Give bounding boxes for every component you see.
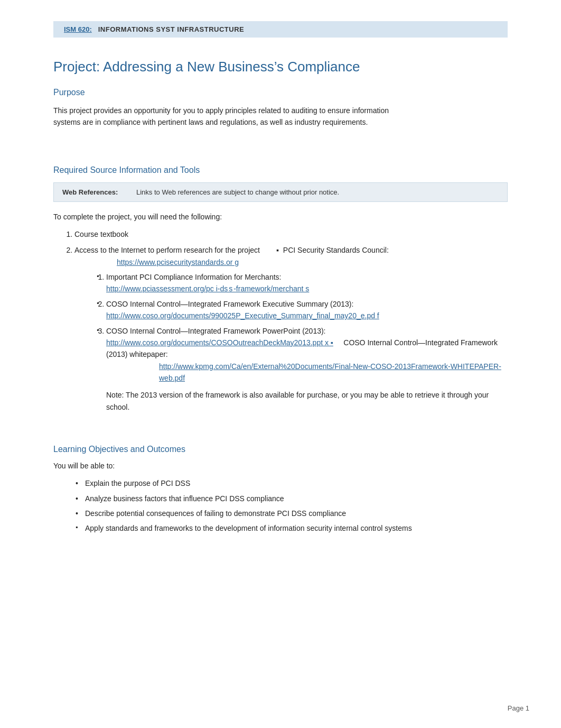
- required-source-section: Required Source Information and Tools We…: [53, 165, 508, 413]
- learning-heading: Learning Objectives and Outcomes: [53, 445, 508, 454]
- web-ref-box: Web References: Links to Web references …: [53, 182, 508, 202]
- learning-intro: You will be able to:: [53, 462, 508, 470]
- pci-link[interactable]: https://www.pcisecuritystandards.or g: [117, 258, 239, 266]
- required-intro: To complete the project, you will need t…: [53, 213, 508, 221]
- bullet2-link[interactable]: http://www.coso.org/documents/990025P_Ex…: [106, 311, 379, 320]
- learning-section: Learning Objectives and Outcomes You wil…: [53, 445, 508, 535]
- outcome-item-4: Apply standards and frameworks to the de…: [85, 522, 508, 534]
- outcome-item-2: Analyze business factors that influence …: [85, 493, 508, 504]
- header-bar: ISM 620: INFORMATIONS SYST INFRASTRUCTUR…: [53, 21, 508, 38]
- note-text: Note: The 2013 version of the framework …: [106, 389, 508, 413]
- bullet-item-2: COSO Internal Control—Integrated Framewo…: [106, 298, 508, 322]
- bullet3-link[interactable]: http://www.coso.org/documents/COSOOutrea…: [106, 338, 333, 347]
- web-ref-text: Links to Web references are subject to c…: [136, 188, 339, 196]
- list-item-1: Course textbook: [74, 228, 508, 240]
- page-number: Page 1: [508, 704, 529, 712]
- pci-link-block: https://www.pcisecuritystandards.or g: [117, 256, 508, 268]
- pci-inline-label: ▪: [276, 246, 281, 254]
- course-code: ISM 620:: [64, 25, 92, 33]
- purpose-text: This project provides an opportunity for…: [53, 105, 508, 128]
- list-item-2: Access to the Internet to perform resear…: [74, 244, 508, 413]
- bullet-item-3: COSO Internal Control—Integrated Framewo…: [106, 325, 508, 384]
- web-ref-label: Web References:: [62, 188, 126, 196]
- whitepaper-link[interactable]: http://www.kpmg.com/Ca/en/External%20Doc…: [159, 362, 501, 382]
- purpose-section: Purpose This project provides an opportu…: [53, 88, 508, 128]
- required-source-heading: Required Source Information and Tools: [53, 165, 508, 175]
- numbered-list: Course textbook Access to the Internet t…: [74, 228, 508, 413]
- main-title: Project: Addressing a New Business’s Com…: [53, 59, 508, 75]
- bullet-item-1: Important PCI Compliance Information for…: [106, 271, 508, 295]
- sub-bullet-list: Important PCI Compliance Information for…: [106, 271, 508, 384]
- outcome-item-1: Explain the purpose of PCI DSS: [85, 477, 508, 489]
- bullet1-link[interactable]: http://www.pciassessment.org/pc i-ds s -…: [106, 284, 309, 293]
- outcome-item-3: Describe potential consequences of faili…: [85, 508, 508, 519]
- outcomes-list: Explain the purpose of PCI DSS Analyze b…: [85, 477, 508, 535]
- purpose-heading: Purpose: [53, 88, 508, 97]
- course-title: INFORMATIONS SYST INFRASTRUCTURE: [98, 25, 244, 33]
- whitepaper-block: http://www.kpmg.com/Ca/en/External%20Doc…: [159, 361, 508, 384]
